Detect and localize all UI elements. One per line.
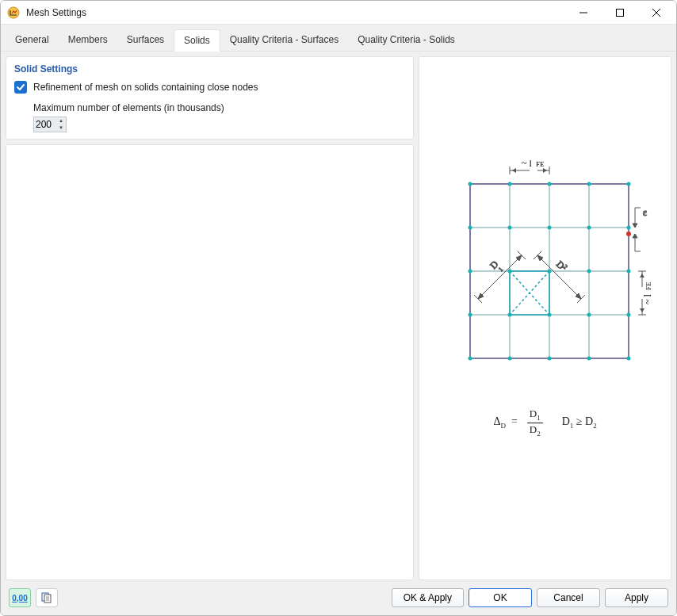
svg-point-21 — [468, 226, 472, 230]
close-button[interactable] — [638, 1, 675, 25]
mesh-diagram: ~ l FE — [462, 160, 629, 385]
diagram-lfe-right: ~ l — [642, 294, 653, 304]
section-title: Solid Settings — [14, 63, 405, 75]
svg-point-18 — [547, 182, 551, 186]
apply-button[interactable]: Apply — [605, 588, 668, 607]
solid-settings-card: Solid Settings Refinement of mesh on sol… — [6, 56, 414, 140]
titlebar: Mesh Settings — [1, 1, 676, 25]
settings-filler-card — [6, 144, 414, 580]
tab-members[interactable]: Members — [59, 29, 117, 52]
app-icon — [7, 6, 20, 19]
refinement-checkbox[interactable] — [14, 81, 27, 94]
svg-point-37 — [507, 357, 511, 361]
svg-point-0 — [8, 7, 19, 18]
svg-point-40 — [626, 357, 630, 361]
dialog-footer: 0,00 OK & Apply OK Cancel Apply — [1, 580, 676, 615]
svg-point-28 — [547, 270, 551, 274]
tab-solids[interactable]: Solids — [174, 29, 220, 52]
diagram-close-node — [626, 231, 631, 236]
svg-point-33 — [547, 313, 551, 317]
svg-line-49 — [478, 255, 522, 299]
svg-point-22 — [507, 226, 511, 230]
minimize-button[interactable] — [565, 1, 602, 25]
refinement-option-row: Refinement of mesh on solids containing … — [14, 81, 405, 94]
svg-point-20 — [626, 182, 630, 186]
svg-point-26 — [468, 270, 472, 274]
ok-apply-button[interactable]: OK & Apply — [392, 588, 464, 607]
svg-point-23 — [547, 226, 551, 230]
svg-point-35 — [626, 313, 630, 317]
svg-line-15 — [510, 271, 549, 315]
svg-point-24 — [587, 226, 591, 230]
mesh-settings-window: Mesh Settings General Members Surfaces S… — [0, 0, 677, 616]
diagram-lfe-top: ~ l — [522, 160, 532, 169]
refinement-checkbox-label: Refinement of mesh on solids containing … — [33, 81, 258, 94]
svg-point-17 — [507, 182, 511, 186]
svg-text:1: 1 — [497, 266, 504, 273]
formula-fraction: D1 D2 — [527, 408, 543, 437]
preview-card: ~ l FE — [419, 56, 671, 580]
content-area: Solid Settings Refinement of mesh on sol… — [1, 52, 676, 580]
svg-point-38 — [547, 357, 551, 361]
ok-button[interactable]: OK — [469, 588, 532, 607]
settings-column: Solid Settings Refinement of mesh on sol… — [6, 56, 414, 580]
svg-point-25 — [626, 226, 630, 230]
max-elements-input[interactable] — [34, 117, 56, 132]
max-elements-label: Maximum number of elements (in thousands… — [33, 102, 405, 113]
diagram-lfe-sub-top: FE — [536, 160, 545, 168]
preview-column: ~ l FE — [419, 56, 671, 580]
svg-point-19 — [587, 182, 591, 186]
svg-point-29 — [587, 270, 591, 274]
svg-point-36 — [468, 357, 472, 361]
cancel-button[interactable]: Cancel — [537, 588, 600, 607]
tab-quality-surfaces[interactable]: Quality Criteria - Surfaces — [220, 29, 348, 52]
window-title: Mesh Settings — [26, 7, 86, 18]
svg-point-16 — [468, 182, 472, 186]
spinner-down-button[interactable]: ▼ — [56, 124, 66, 132]
formula-delta: ΔD = — [493, 415, 517, 430]
maximize-button[interactable] — [602, 1, 638, 25]
tab-quality-solids[interactable]: Quality Criteria - Solids — [348, 29, 465, 52]
tab-bar: General Members Surfaces Solids Quality … — [1, 25, 676, 52]
notes-button[interactable] — [36, 588, 58, 607]
diagram-epsilon: ε — [643, 207, 647, 218]
units-button[interactable]: 0,00 — [9, 588, 31, 607]
tab-surfaces[interactable]: Surfaces — [117, 29, 174, 52]
diagram-lfe-sub-right: FE — [644, 281, 652, 290]
svg-point-34 — [587, 313, 591, 317]
window-controls — [565, 1, 675, 25]
max-elements-spinner[interactable]: ▲ ▼ — [33, 117, 67, 132]
spinner-arrows: ▲ ▼ — [56, 117, 66, 132]
formula-row: ΔD = D1 D2 D1 ≥ D2 — [493, 408, 596, 437]
formula-condition: D1 ≥ D2 — [562, 415, 597, 430]
spinner-up-button[interactable]: ▲ — [56, 117, 66, 124]
tab-general[interactable]: General — [6, 29, 59, 52]
svg-rect-1 — [617, 9, 624, 16]
svg-point-27 — [507, 270, 511, 274]
svg-point-39 — [587, 357, 591, 361]
svg-point-30 — [626, 270, 630, 274]
svg-point-32 — [507, 313, 511, 317]
svg-point-31 — [468, 313, 472, 317]
